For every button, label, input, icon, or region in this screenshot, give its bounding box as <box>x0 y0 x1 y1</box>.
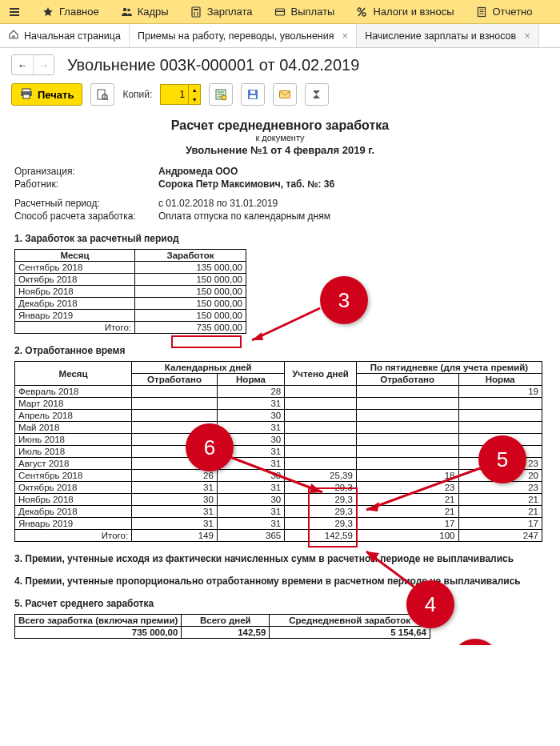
svg-point-6 <box>194 14 195 15</box>
tab-home[interactable]: Начальная страница <box>0 24 130 47</box>
doc-title: Увольнение 003К-000001 от 04.02.2019 <box>67 56 359 74</box>
t1-h-earn: Заработок <box>135 250 246 262</box>
close-icon[interactable]: × <box>339 30 349 42</box>
copies-down[interactable]: ▼ <box>189 94 200 104</box>
svg-point-0 <box>122 7 126 10</box>
table-cell: 30 <box>217 494 284 506</box>
svg-point-10 <box>358 8 361 11</box>
period-label: Расчетный период: <box>14 198 158 209</box>
table-cell: 17 <box>458 518 542 530</box>
menu-salary-label: Зарплата <box>207 6 253 18</box>
table-cell: 23 <box>458 482 542 494</box>
section-2-header: 2. Отработанное время <box>14 345 546 356</box>
t2-total-lbl: Итого: <box>15 530 132 542</box>
table-cell <box>458 410 542 422</box>
report-icon <box>475 6 488 18</box>
svg-point-11 <box>362 13 366 16</box>
t2-tot-cn: 365 <box>217 530 284 542</box>
table-cell: 23 <box>458 458 542 470</box>
table-cell <box>132 386 218 398</box>
table-row: Январь 2019 <box>15 518 132 530</box>
t5-h-total-days: Всего дней <box>182 615 270 627</box>
nav-forward[interactable]: → <box>33 55 54 74</box>
table-cell: 20 <box>458 470 542 482</box>
table-cell: 30 <box>217 434 284 446</box>
t2-h-cal: Календарных дней <box>132 362 285 374</box>
t2-h-month: Месяц <box>15 362 132 386</box>
org-value: Андромеда ООО <box>158 166 238 177</box>
section-5-header: 5. Расчет среднего заработка <box>14 598 546 609</box>
menu-hamburger[interactable] <box>3 2 26 22</box>
save-button[interactable] <box>241 83 265 106</box>
svg-rect-22 <box>250 90 255 94</box>
sum-button[interactable] <box>305 83 329 106</box>
content-area: ← → Увольнение 003К-000001 от 04.02.2019… <box>0 48 560 645</box>
copies-input[interactable] <box>161 85 188 104</box>
t2-tot-u: 142,59 <box>285 530 357 542</box>
table-row: Октябрь 2018 <box>15 274 135 286</box>
calculator-icon <box>190 6 202 18</box>
table-cell: 23 <box>356 482 458 494</box>
table-cell: 150 000,00 <box>135 286 246 298</box>
table-cell: 31 <box>217 482 284 494</box>
emp-value: Сорока Петр Максимович, таб. №: 36 <box>158 178 334 190</box>
table-cell: 31 <box>132 506 218 518</box>
percent-icon <box>355 6 368 18</box>
table-cell <box>458 422 542 434</box>
svg-rect-21 <box>250 95 256 98</box>
table-cell <box>285 398 357 410</box>
table-row: Сентябрь 2018 <box>15 470 132 482</box>
print-button[interactable]: Печать <box>11 83 82 106</box>
table-cell: 29,3 <box>285 518 357 530</box>
table-cell <box>356 434 458 446</box>
print-button-label: Печать <box>38 89 74 101</box>
nav-back[interactable]: ← <box>12 55 33 74</box>
table-row: Июнь 2018 <box>15 434 132 446</box>
tab-hires[interactable]: Приемы на работу, переводы, увольнения × <box>130 24 357 47</box>
table-cell: 150 000,00 <box>135 274 246 286</box>
menu-salary[interactable]: Зарплата <box>185 2 258 22</box>
table-row: Декабрь 2018 <box>15 298 135 310</box>
callout-7: 7 <box>451 639 499 645</box>
menu-staff[interactable]: Кадры <box>115 2 174 22</box>
table-row: Октябрь 2018 <box>15 482 132 494</box>
wallet-icon <box>274 6 286 18</box>
report-title: Расчет среднедневного заработка <box>14 118 546 133</box>
t2-h-uch: Учтено дней <box>285 362 357 386</box>
table-cell: 21 <box>356 506 458 518</box>
table-cell: 25,39 <box>285 470 357 482</box>
t2-h-five: По пятидневке (для учета премий) <box>356 362 542 374</box>
copies-up[interactable]: ▲ <box>189 85 200 94</box>
table-cell <box>285 458 357 470</box>
table-cell <box>132 434 218 446</box>
table-cell: 29,3 <box>285 494 357 506</box>
table-cell <box>285 386 357 398</box>
report: Расчет среднедневного заработка к докуме… <box>11 118 549 639</box>
t5-v-total-days: 142,59 <box>182 627 270 639</box>
t5-v-total-earn: 735 000,00 <box>15 627 182 639</box>
table-cell <box>458 434 542 446</box>
copies-spinner[interactable]: ▲ ▼ <box>160 84 201 105</box>
org-label: Организация: <box>14 166 158 177</box>
email-button[interactable] <box>273 83 297 106</box>
menu-reports[interactable]: Отчетно <box>470 2 538 22</box>
table-cell: 17 <box>356 518 458 530</box>
close-icon[interactable]: × <box>521 30 530 42</box>
nav-buttons: ← → <box>11 54 54 75</box>
svg-rect-23 <box>280 91 290 98</box>
table-cell <box>132 422 218 434</box>
table-cell: 19 <box>458 386 542 398</box>
table-cell <box>285 434 357 446</box>
table-cell: 21 <box>458 506 542 518</box>
menu-payments[interactable]: Выплаты <box>269 2 340 22</box>
main-menu: Главное Кадры Зарплата Выплаты Налоги и … <box>0 0 560 24</box>
section-1-header: 1. Заработок за расчетный период <box>14 233 546 244</box>
table-cell: 135 000,00 <box>135 262 246 274</box>
menu-main[interactable]: Главное <box>37 2 104 22</box>
earnings-table: Месяц Заработок Сентябрь 2018135 000,00О… <box>14 249 246 334</box>
method-label: Способ расчета заработка: <box>14 211 158 222</box>
tab-payroll[interactable]: Начисление зарплаты и взносов × <box>357 24 539 47</box>
settings-button[interactable] <box>209 83 233 106</box>
menu-taxes[interactable]: Налоги и взносы <box>350 2 458 22</box>
preview-button[interactable] <box>90 83 114 106</box>
